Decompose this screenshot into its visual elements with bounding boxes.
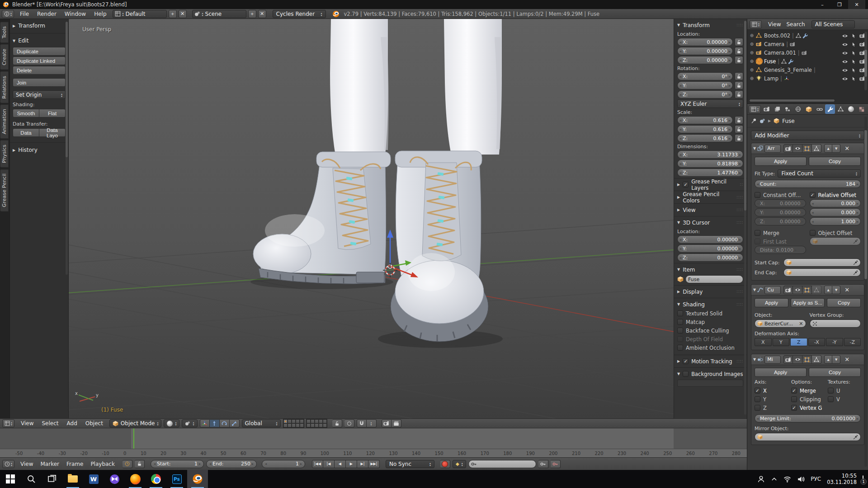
outliner-hscrollbar[interactable] xyxy=(749,99,835,102)
rotation-field[interactable]: ◂X:0°▸ xyxy=(677,72,733,80)
lock-to-scene-toggle[interactable] xyxy=(332,419,342,427)
cursor-location-field[interactable]: ◂Y:0.00000▸ xyxy=(677,244,743,253)
cage-toggle[interactable] xyxy=(812,355,821,364)
edit-mode-toggle[interactable] xyxy=(802,286,812,294)
taskbar-file-explorer[interactable] xyxy=(62,470,83,488)
flat-button[interactable]: Flat xyxy=(39,109,66,117)
outliner-item[interactable]: ⊕ Genesis_3_Female | xyxy=(749,66,868,74)
delete-modifier-button[interactable]: ✕ xyxy=(843,286,851,293)
viewport-visibility-toggle[interactable] xyxy=(793,144,802,153)
layer-cell[interactable] xyxy=(311,423,315,427)
mesh-data-icon[interactable] xyxy=(796,33,801,38)
panel-gp-colors[interactable]: ▶Grease Pencil Colors:::: xyxy=(677,192,743,202)
apply-button[interactable]: Apply xyxy=(755,298,788,307)
timeline-menu[interactable]: Playback xyxy=(87,461,118,467)
object-name[interactable]: Lamp xyxy=(764,75,778,82)
outliner-item[interactable]: ⊕ Lamp | xyxy=(749,74,868,83)
npanel-scrollbar[interactable] xyxy=(744,21,746,415)
orientation-dropdown[interactable]: Global▴▾ xyxy=(242,419,281,427)
outliner-item[interactable]: ⊕ Fuse | xyxy=(749,57,868,66)
people-icon[interactable] xyxy=(757,475,765,483)
shading-option[interactable]: Depth Of Field xyxy=(677,335,743,343)
move-up-button[interactable]: ▲ xyxy=(824,286,832,294)
object-name[interactable]: Camera xyxy=(764,41,784,47)
merge-option[interactable]: Merge xyxy=(755,229,806,237)
checkbox[interactable] xyxy=(677,336,683,342)
outliner-item[interactable]: ⊕ Camera.001 | xyxy=(749,48,868,57)
object-name-field[interactable]: Fuse xyxy=(685,275,743,283)
tab-render-layers[interactable] xyxy=(772,104,782,114)
taskbar-blender[interactable] xyxy=(187,470,208,488)
shading-option[interactable]: Ambient Occlusion xyxy=(677,343,743,352)
timeline-menu[interactable]: Marker xyxy=(37,461,63,467)
jump-to-end-button[interactable]: ▶▶| xyxy=(368,460,380,468)
start-cap-field[interactable] xyxy=(783,258,861,267)
hide-toggle[interactable] xyxy=(842,50,848,56)
collapse-icon[interactable]: ▼ xyxy=(753,146,756,150)
toolshelf-tab[interactable]: Physics xyxy=(0,140,9,168)
menu-item[interactable]: File xyxy=(16,11,33,17)
end-frame-field[interactable]: ◂End:250▸ xyxy=(206,460,257,468)
tab-material[interactable] xyxy=(846,104,856,114)
timeline-menu[interactable]: Frame xyxy=(63,461,87,467)
checkbox[interactable] xyxy=(828,388,834,394)
viewport-3d[interactable]: y x User Persp (1) Fuse xyxy=(69,19,674,418)
gp-layers-checkbox[interactable] xyxy=(683,182,689,188)
add-modifier-dropdown[interactable]: Add Modifier▴▾ xyxy=(751,131,864,140)
sync-dropdown[interactable]: No Sync▴▾ xyxy=(386,460,434,468)
taskbar-search-button[interactable] xyxy=(21,470,42,488)
tab-render[interactable] xyxy=(762,104,771,114)
outliner-vscrollbar[interactable] xyxy=(864,32,867,90)
proportional-edit-dropdown[interactable] xyxy=(344,419,354,427)
outliner-item[interactable]: ⊕ Camera | xyxy=(749,40,868,48)
layer-cell[interactable] xyxy=(292,423,296,427)
layer-cell[interactable] xyxy=(300,419,304,423)
checkbox[interactable] xyxy=(677,310,683,316)
fit-type-dropdown[interactable]: Fixed Count▴▾ xyxy=(778,169,861,178)
editor-type-button[interactable]: ▴▾ xyxy=(2,419,14,427)
lock-toggle[interactable] xyxy=(735,72,743,80)
lock-frame-toggle[interactable] xyxy=(135,460,145,468)
camera-data-icon[interactable] xyxy=(802,51,807,55)
expand-icon[interactable]: ⊕ xyxy=(749,59,755,64)
layer-cell[interactable] xyxy=(296,423,300,427)
hide-toggle[interactable] xyxy=(842,58,848,65)
dimension-field[interactable]: ◂Z:1.47760▸ xyxy=(677,169,743,177)
manipulator-axes-icon[interactable] xyxy=(200,419,210,427)
render-opengl-anim-button[interactable] xyxy=(392,419,401,427)
smooth-button[interactable]: Smooth xyxy=(13,109,39,117)
rotation-field[interactable]: ◂Y:0°▸ xyxy=(677,81,733,89)
mirror-axis-option[interactable]: Y xyxy=(755,395,788,404)
layer-cell[interactable] xyxy=(300,423,304,427)
relative-offset-field[interactable]: ◂0.000▸ xyxy=(810,208,861,216)
panel-gp-layers[interactable]: ▶Grease Pencil Layers:: xyxy=(677,180,743,189)
lock-toggle[interactable] xyxy=(735,134,743,142)
panel-shading[interactable]: ▼Shading:::: xyxy=(677,300,743,309)
data-button[interactable]: Data xyxy=(13,128,39,137)
editor-type-button[interactable]: ▴▾ xyxy=(749,105,761,113)
end-cap-field[interactable] xyxy=(783,268,861,277)
pivot-point-dropdown[interactable]: ▴▾ xyxy=(182,419,197,427)
checkbox[interactable] xyxy=(677,345,683,351)
modifier-name-field[interactable]: Arr xyxy=(764,145,781,153)
layer-cell[interactable] xyxy=(283,419,288,423)
scale-field[interactable]: ◂Y:0.616▸ xyxy=(677,125,733,133)
cursor-location-field[interactable]: ◂X:0.00000▸ xyxy=(677,235,743,244)
deform-axis-button[interactable]: X xyxy=(755,338,772,346)
deform-axis-button[interactable]: Y xyxy=(773,338,790,346)
checkbox[interactable] xyxy=(791,396,797,402)
move-up-button[interactable]: ▲ xyxy=(824,144,832,153)
action-center-button[interactable]: 1 xyxy=(863,476,863,482)
deform-axis-button[interactable]: -Y xyxy=(826,338,843,346)
scale-manipulator-toggle[interactable] xyxy=(230,419,240,427)
viewport-visibility-toggle[interactable] xyxy=(793,286,802,294)
shading-option[interactable]: Textured Solid xyxy=(677,309,743,318)
rotation-field[interactable]: ◂Z:0°▸ xyxy=(677,90,733,99)
selectable-toggle[interactable] xyxy=(851,33,856,39)
hide-toggle[interactable] xyxy=(842,75,848,82)
expand-icon[interactable]: ⊕ xyxy=(749,33,755,38)
taskbar-kmplayer[interactable] xyxy=(104,470,125,488)
layer-cell[interactable] xyxy=(307,419,311,423)
layer-cell[interactable] xyxy=(319,423,323,427)
set-origin-dropdown[interactable]: Set Origin▴▾ xyxy=(13,90,66,99)
